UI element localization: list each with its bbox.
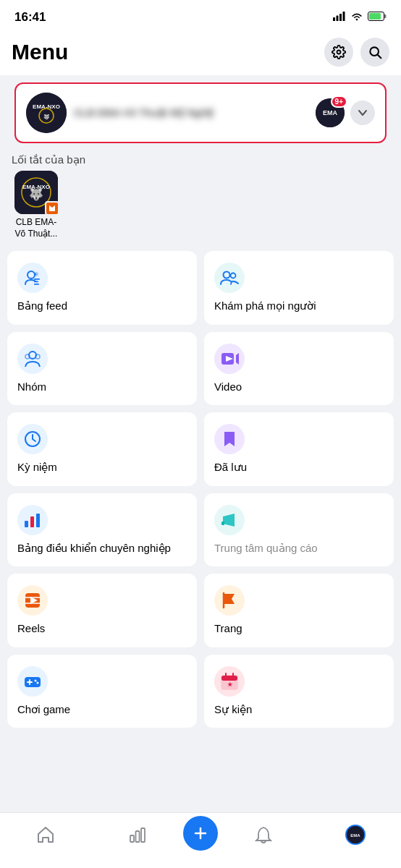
status-time: 16:41 xyxy=(14,10,46,25)
svg-rect-39 xyxy=(221,522,224,525)
menu-item-bang-feed[interactable]: Bảng feed xyxy=(7,251,197,325)
svg-rect-7 xyxy=(369,13,381,20)
page-title: Menu xyxy=(12,40,68,64)
svg-rect-23 xyxy=(34,278,40,280)
search-button[interactable] xyxy=(360,38,389,67)
svg-rect-38 xyxy=(36,514,40,527)
nav-bar: EMA xyxy=(0,812,401,868)
header-actions xyxy=(324,38,389,67)
svg-rect-2 xyxy=(339,14,342,21)
shortcut-badge xyxy=(45,201,59,216)
feed-icon xyxy=(17,263,48,293)
svg-point-49 xyxy=(37,681,39,684)
profile-name: CLB EMA-Võ Thuật Mỹ Nghệ xyxy=(74,107,308,119)
expand-button[interactable] xyxy=(350,101,375,125)
svg-text:🐺: 🐺 xyxy=(29,187,43,201)
menu-grid: Bảng feed Khám phá mọi người Nhóm xyxy=(0,245,401,733)
svg-point-22 xyxy=(28,271,35,278)
bookmark-icon xyxy=(214,424,245,454)
video-icon xyxy=(214,344,245,374)
nav-notifications[interactable] xyxy=(218,822,310,847)
svg-text:🐺: 🐺 xyxy=(43,114,50,120)
svg-marker-33 xyxy=(236,353,239,365)
svg-rect-37 xyxy=(30,516,34,527)
menu-item-kham-pha[interactable]: Khám phá mọi người xyxy=(204,251,394,325)
menu-item-choi-game[interactable]: Chơi game xyxy=(7,655,197,728)
svg-rect-24 xyxy=(34,281,38,283)
nav-stats[interactable] xyxy=(92,822,184,847)
nav-profile[interactable]: EMA xyxy=(310,822,402,848)
svg-rect-1 xyxy=(337,16,339,22)
wifi-icon xyxy=(350,11,363,24)
svg-rect-57 xyxy=(141,828,145,842)
menu-item-trang[interactable]: Trang xyxy=(204,574,394,647)
svg-point-4 xyxy=(356,19,358,21)
reels-icon xyxy=(17,585,48,616)
svg-rect-6 xyxy=(384,14,387,18)
ad-icon xyxy=(214,505,245,535)
game-icon xyxy=(17,666,48,697)
nav-profile-avatar: EMA xyxy=(345,825,366,845)
svg-line-10 xyxy=(378,55,381,59)
svg-rect-36 xyxy=(25,521,28,527)
shortcut-label: CLB EMA-Võ Thuật... xyxy=(7,217,65,239)
status-bar: 16:41 xyxy=(0,0,401,32)
nhom-label: Nhóm xyxy=(17,380,187,394)
people-icon xyxy=(214,263,245,293)
kham-pha-label: Khám phá mọi người xyxy=(214,299,384,313)
svg-text:EMA: EMA xyxy=(350,833,360,838)
svg-point-29 xyxy=(29,352,36,359)
svg-point-11 xyxy=(26,93,67,133)
avatar: EMA-NXO 🐺 xyxy=(26,93,67,133)
header: Menu xyxy=(0,32,401,75)
notification-avatar[interactable]: EMA 9+ xyxy=(316,98,345,127)
groups-icon xyxy=(17,344,48,374)
menu-item-video[interactable]: Video xyxy=(204,332,394,406)
da-luu-label: Đã lưu xyxy=(214,460,384,475)
bang-feed-label: Bảng feed xyxy=(17,299,187,313)
svg-rect-0 xyxy=(333,17,335,21)
event-icon: ★ xyxy=(214,666,245,697)
notification-badge: 9+ xyxy=(331,95,347,108)
reels-label: Reels xyxy=(17,621,187,636)
flag-icon xyxy=(214,585,245,616)
nav-add-button[interactable] xyxy=(183,816,218,851)
menu-item-nhom[interactable]: Nhóm xyxy=(7,332,197,406)
shortcuts-section-label: Lối tắt của bạn xyxy=(0,146,401,171)
menu-item-da-luu[interactable]: Đã lưu xyxy=(204,412,394,486)
svg-rect-3 xyxy=(343,12,345,21)
svg-rect-51 xyxy=(221,676,237,681)
svg-rect-25 xyxy=(34,284,39,285)
svg-point-48 xyxy=(35,679,37,681)
clock-icon xyxy=(17,424,48,454)
trung-tam-label: Trung tâm quảng cáo xyxy=(214,541,384,556)
svg-rect-56 xyxy=(135,831,139,842)
chart-icon xyxy=(17,505,48,535)
menu-item-su-kien[interactable]: ★ Sự kiện xyxy=(204,655,394,728)
su-kien-label: Sự kiện xyxy=(214,702,384,717)
menu-item-bang-dieu-khien[interactable]: Bảng điều khiển chuyên nghiệp xyxy=(7,493,197,567)
shortcuts-section: EMA-NXO 🐺 CLB EMA-Võ Thuật... xyxy=(0,171,401,245)
svg-point-8 xyxy=(337,51,341,54)
svg-text:★: ★ xyxy=(227,681,233,688)
battery-icon xyxy=(368,11,387,24)
shortcut-avatar: EMA-NXO 🐺 xyxy=(14,171,58,214)
menu-item-trung-tam[interactable]: Trung tâm quảng cáo xyxy=(204,493,394,567)
shortcut-clb-ema[interactable]: EMA-NXO 🐺 CLB EMA-Võ Thuật... xyxy=(7,171,65,239)
settings-button[interactable] xyxy=(324,38,353,67)
svg-point-28 xyxy=(231,273,236,278)
menu-item-ky-niem[interactable]: Kỳ niệm xyxy=(7,412,197,486)
trang-label: Trang xyxy=(214,621,384,636)
bang-dieu-khien-label: Bảng điều khiển chuyên nghiệp xyxy=(17,541,187,556)
video-label: Video xyxy=(214,380,384,394)
menu-item-reels[interactable]: Reels xyxy=(7,574,197,647)
svg-text:EMA: EMA xyxy=(323,109,338,116)
ky-niem-label: Kỳ niệm xyxy=(17,460,187,475)
nav-home[interactable] xyxy=(0,822,92,847)
choi-game-label: Chơi game xyxy=(17,702,187,717)
svg-point-27 xyxy=(224,272,230,278)
status-icons xyxy=(333,11,387,24)
profile-card[interactable]: EMA-NXO 🐺 CLB EMA-Võ Thuật Mỹ Nghệ EMA 9… xyxy=(14,82,387,143)
signal-icon xyxy=(333,12,346,23)
profile-right: EMA 9+ xyxy=(316,98,375,127)
